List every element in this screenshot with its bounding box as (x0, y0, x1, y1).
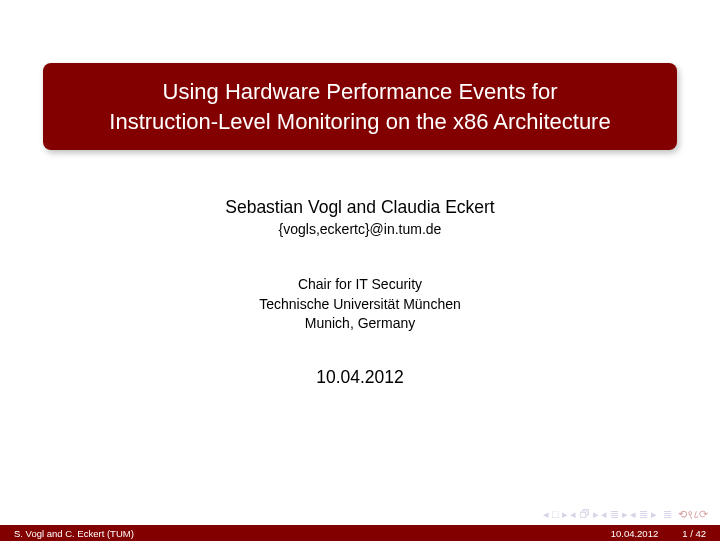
footer-bar: S. Vogl and C. Eckert (TUM) 10.04.2012 1… (0, 525, 720, 541)
title-block: Using Hardware Performance Events for In… (43, 63, 677, 150)
footer-date: 10.04.2012 (611, 528, 659, 539)
affiliation-line-1: Chair for IT Security (0, 275, 720, 295)
presentation-date: 10.04.2012 (0, 367, 720, 388)
nav-undo-redo-icon[interactable]: ⟲९८⟳ (678, 508, 708, 521)
emails: {vogls,eckertc}@in.tum.de (0, 221, 720, 237)
affiliation-line-3: Munich, Germany (0, 314, 720, 334)
footer-authors: S. Vogl and C. Eckert (TUM) (14, 528, 134, 539)
footer-page-number: 1 / 42 (682, 528, 706, 539)
title-line-2: Instruction-Level Monitoring on the x86 … (61, 107, 659, 137)
nav-frame-icon[interactable]: ◂ ≣ ▸ (630, 508, 657, 521)
affiliation-block: Chair for IT Security Technische Univers… (0, 275, 720, 334)
nav-subsection-icon[interactable]: ◂ ≣ ▸ (601, 508, 628, 521)
nav-first-prev-icon[interactable]: ◂ □ ▸ (543, 508, 568, 521)
title-line-1: Using Hardware Performance Events for (61, 77, 659, 107)
affiliation-line-2: Technische Universität München (0, 295, 720, 315)
beamer-nav-bar: ◂ □ ▸ ◂ 🗇 ▸ ◂ ≣ ▸ ◂ ≣ ▸ ≣ ⟲९८⟳ (543, 508, 708, 521)
nav-section-icon[interactable]: ◂ 🗇 ▸ (570, 508, 599, 521)
nav-goto-icon[interactable]: ≣ (663, 508, 672, 521)
authors: Sebastian Vogl and Claudia Eckert (0, 197, 720, 218)
